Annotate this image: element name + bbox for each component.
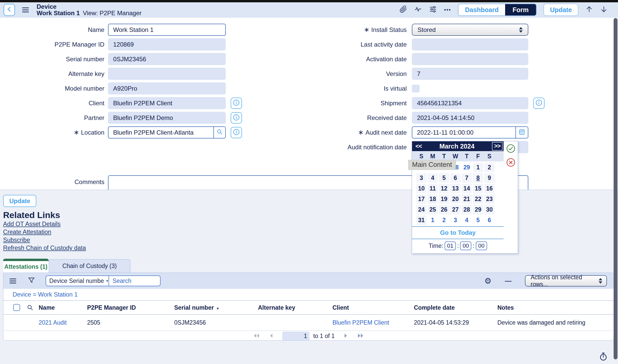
search-column-select[interactable]: Device Serial numbe ▼ [46, 278, 108, 284]
arrow-up-icon[interactable] [585, 5, 593, 14]
time-hour-input[interactable] [445, 241, 456, 250]
current-page-box[interactable]: 1 [282, 332, 310, 341]
column-header-name[interactable]: Name [39, 304, 55, 311]
column-header-client[interactable]: Client [332, 304, 349, 311]
calendar-day[interactable]: 3 [450, 215, 461, 225]
calendar-day[interactable]: 29 [462, 163, 472, 172]
calendar-day[interactable]: 5 [439, 173, 449, 183]
tab-attestations[interactable]: Attestations (1) [3, 259, 49, 273]
column-header-complete-date[interactable]: Complete date [414, 304, 455, 311]
row-actions-select[interactable]: Actions on selected rows... [525, 275, 607, 287]
row-search-icon[interactable] [27, 304, 34, 312]
date-picker-button[interactable] [515, 127, 528, 138]
calendar-day[interactable]: 29 [473, 205, 483, 214]
more-actions-icon[interactable]: ••• [444, 7, 451, 13]
activity-icon[interactable] [414, 5, 422, 14]
calendar-day[interactable]: 11 [428, 184, 438, 193]
column-header-alternate-key[interactable]: Alternate key [258, 304, 295, 311]
confirm-icon[interactable] [506, 144, 515, 154]
grid-menu-icon[interactable] [10, 279, 16, 283]
calendar-day[interactable]: 13 [450, 184, 461, 193]
calendar-day[interactable]: 4 [428, 173, 438, 183]
settings-sliders-icon[interactable] [429, 5, 437, 14]
calendar-day[interactable]: 6 [450, 173, 461, 183]
calendar-day[interactable]: 16 [484, 184, 495, 193]
vertical-scrollbar[interactable] [614, 18, 617, 359]
location-info-button[interactable] [231, 127, 242, 138]
calendar-day[interactable]: 21 [462, 194, 472, 204]
calendar-day[interactable]: 1 [428, 215, 438, 225]
tab-chain-of-custody[interactable]: Chain of Custody (3) [49, 259, 130, 273]
timer-icon[interactable] [599, 352, 608, 362]
time-minute-input[interactable] [460, 241, 471, 250]
calendar-day[interactable]: 7 [462, 173, 472, 183]
calendar-day[interactable]: 20 [450, 194, 461, 204]
name-input[interactable] [108, 24, 225, 35]
time-second-input[interactable] [476, 241, 487, 250]
column-header-notes[interactable]: Notes [497, 304, 514, 311]
calendar-day[interactable]: 19 [439, 194, 449, 204]
row-client-link[interactable]: Bluefin P2PEM Client [332, 319, 389, 326]
menu-icon[interactable] [22, 7, 29, 12]
filter-icon[interactable] [28, 276, 35, 285]
dashboard-button[interactable]: Dashboard [458, 4, 505, 15]
calendar-day[interactable]: 3 [416, 173, 427, 183]
calendar-day[interactable]: 26 [439, 205, 449, 214]
column-header-serial-number[interactable]: Serial number▼ [174, 304, 219, 311]
calendar-day[interactable]: 27 [450, 205, 461, 214]
calendar-day[interactable]: 23 [484, 194, 495, 204]
calendar-day[interactable]: 2 [439, 215, 449, 225]
grid-search-input[interactable] [109, 278, 160, 284]
calendar-day[interactable]: 17 [416, 194, 427, 204]
back-button[interactable] [4, 4, 15, 16]
audit-next-date-input[interactable] [412, 127, 515, 138]
calendar-day[interactable]: 28 [462, 205, 472, 214]
calendar-day[interactable]: 18 [428, 194, 438, 204]
attachment-icon[interactable] [399, 5, 407, 14]
calendar-day[interactable]: 1 [473, 163, 483, 172]
calendar-day[interactable]: 25 [428, 205, 438, 214]
column-header-p2pe-manager-id[interactable]: P2PE Manager ID [87, 304, 136, 311]
calendar-day[interactable]: 30 [484, 205, 495, 214]
location-search-button[interactable] [213, 127, 225, 138]
calendar-day[interactable]: 14 [462, 184, 472, 193]
cancel-icon[interactable] [506, 158, 515, 168]
next-month-button[interactable]: >> [492, 142, 503, 151]
link-refresh-chain-of-custody[interactable]: Refresh Chain of Custody data [3, 245, 86, 252]
calendar-day[interactable]: 5 [473, 215, 483, 225]
location-input[interactable] [108, 127, 213, 138]
update-button[interactable]: Update [3, 195, 36, 207]
link-subscribe[interactable]: Subscribe [3, 237, 86, 244]
prev-month-button[interactable]: << [412, 143, 422, 150]
calendar-day-today[interactable]: 8 [473, 173, 483, 183]
grid-filter-chip[interactable]: Device = Work Station 1 [13, 291, 78, 298]
calendar-day[interactable]: 10 [416, 184, 427, 193]
arrow-down-icon[interactable] [600, 5, 608, 14]
first-page-icon[interactable] [253, 333, 260, 339]
calendar-day[interactable]: 12 [439, 184, 449, 193]
next-page-icon[interactable] [344, 333, 348, 339]
last-page-icon[interactable] [357, 333, 364, 339]
link-add-ot-asset-details[interactable]: Add OT Asset Details [3, 221, 86, 228]
header-update-button[interactable]: Update [544, 4, 578, 16]
calendar-day[interactable]: 15 [473, 184, 483, 193]
calendar-day[interactable]: 31 [416, 215, 427, 225]
link-create-attestation[interactable]: Create Attestation [3, 229, 86, 236]
go-to-today-link[interactable]: Go to Today [412, 226, 504, 239]
calendar-day[interactable]: 2 [484, 163, 495, 172]
client-info-button[interactable] [231, 98, 242, 109]
calendar-day[interactable]: 6 [484, 215, 495, 225]
shipment-info-button[interactable] [533, 98, 545, 109]
install-status-select[interactable]: Stored [412, 24, 528, 36]
calendar-day[interactable]: 24 [416, 205, 427, 214]
calendar-day[interactable]: 9 [484, 173, 495, 183]
form-button[interactable]: Form [505, 4, 536, 15]
partner-info-button[interactable] [231, 112, 242, 124]
calendar-day[interactable]: 4 [462, 215, 472, 225]
select-all-checkbox[interactable] [13, 304, 20, 311]
row-name-link[interactable]: 2021 Audit [39, 319, 67, 326]
collapse-icon[interactable]: — [505, 277, 512, 285]
prev-page-icon[interactable] [269, 333, 273, 339]
calendar-day[interactable]: 22 [473, 194, 483, 204]
gear-icon[interactable]: ⚙ [484, 276, 491, 286]
